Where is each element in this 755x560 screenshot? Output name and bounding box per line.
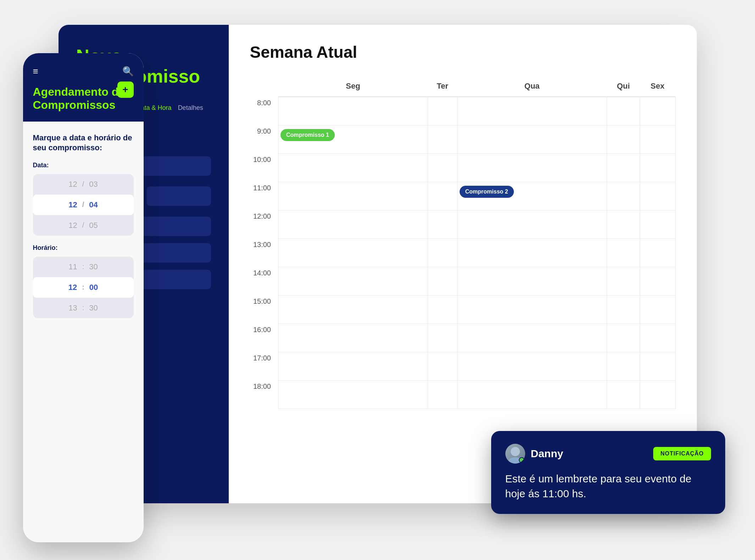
cell-1000-qui[interactable] [607,153,640,182]
cell-1600-ter[interactable] [428,324,457,352]
hora-input[interactable] [146,186,211,206]
cell-1000-ter[interactable] [428,153,457,182]
cell-1300-sex[interactable] [640,239,675,267]
time-1600: 16:00 [250,324,278,352]
cell-1400-qua[interactable] [457,267,607,295]
time-row-1[interactable]: 11 : 30 [33,257,134,277]
cell-1700-seg[interactable] [278,352,428,380]
cell-1100-sex[interactable] [640,182,675,210]
cell-1300-qua[interactable] [457,239,607,267]
cell-800-qui[interactable] [607,97,640,125]
cell-900-ter[interactable] [428,125,457,153]
cell-1100-ter[interactable] [428,182,457,210]
cell-1100-qua[interactable]: Compromisso 2 [457,182,607,210]
notification-popup: Danny NOTIFICAÇÃO Este é um lembrete par… [491,431,725,514]
cell-1300-qui[interactable] [607,239,640,267]
date-month-1: 03 [89,180,98,189]
cell-800-seg[interactable] [278,97,428,125]
header-qui: Qui [607,76,640,97]
cell-1400-qui[interactable] [607,267,640,295]
cell-900-sex[interactable] [640,125,675,153]
cell-1200-seg[interactable] [278,210,428,239]
horario-label: Horário: [33,244,134,252]
cell-1200-qui[interactable] [607,210,640,239]
cell-1000-qua[interactable] [457,153,607,182]
notif-badge: NOTIFICAÇÃO [653,447,711,460]
cell-1100-seg[interactable] [278,182,428,210]
nav-detalhes[interactable]: Detalhes [178,104,203,112]
table-row: 14:00 [250,267,676,295]
time-hour-1: 11 [68,262,77,271]
cell-900-qui[interactable] [607,125,640,153]
cell-1400-ter[interactable] [428,267,457,295]
date-sep-1: / [82,180,84,188]
cell-1400-sex[interactable] [640,267,675,295]
table-row: 9:00 Compromisso 1 [250,125,676,153]
cell-1700-sex[interactable] [640,352,675,380]
menu-icon[interactable]: ≡ [33,66,38,77]
cell-1300-ter[interactable] [428,239,457,267]
cell-1600-seg[interactable] [278,324,428,352]
cell-1500-sex[interactable] [640,295,675,324]
cell-1300-seg[interactable] [278,239,428,267]
cell-1200-ter[interactable] [428,210,457,239]
data-label: Data: [33,162,134,169]
table-row: 8:00 [250,97,676,125]
date-day-2: 12 [68,200,77,209]
date-month-2: 04 [89,200,98,209]
notif-user: Danny [505,444,564,464]
time-800: 8:00 [250,97,278,125]
search-icon[interactable]: 🔍 [122,66,134,77]
cell-800-sex[interactable] [640,97,675,125]
cell-1800-sex[interactable] [640,380,675,409]
cell-800-qua[interactable] [457,97,607,125]
cell-1000-seg[interactable] [278,153,428,182]
time-picker[interactable]: 11 : 30 12 : 00 13 : 30 [33,257,134,318]
cell-1100-qui[interactable] [607,182,640,210]
cell-1500-qua[interactable] [457,295,607,324]
header-seg: Seg [278,76,428,97]
cell-1500-seg[interactable] [278,295,428,324]
cell-1800-ter[interactable] [428,380,457,409]
cell-1800-seg[interactable] [278,380,428,409]
header-sex: Sex [640,76,675,97]
notif-header: Danny NOTIFICAÇÃO [505,444,711,464]
avatar [505,444,525,464]
cell-1700-qui[interactable] [607,352,640,380]
time-hour-3: 13 [68,303,77,313]
cell-1600-qua[interactable] [457,324,607,352]
date-row-3[interactable]: 12 / 05 [33,215,134,236]
time-sep-1: : [82,263,84,271]
cell-1700-ter[interactable] [428,352,457,380]
cell-1600-sex[interactable] [640,324,675,352]
cell-1000-sex[interactable] [640,153,675,182]
cell-1500-qui[interactable] [607,295,640,324]
table-row: 16:00 [250,324,676,352]
time-row-2[interactable]: 12 : 00 [33,277,134,298]
time-row-3[interactable]: 13 : 30 [33,298,134,318]
time-min-2: 00 [89,283,98,292]
cell-800-ter[interactable] [428,97,457,125]
online-indicator [519,457,524,463]
cell-1500-ter[interactable] [428,295,457,324]
time-min-1: 30 [89,262,98,271]
event-compromisso1[interactable]: Compromisso 1 [281,129,335,141]
table-row: 10:00 [250,153,676,182]
add-button[interactable]: + [117,82,134,98]
time-1500: 15:00 [250,295,278,324]
cell-900-qua[interactable] [457,125,607,153]
cell-1800-qui[interactable] [607,380,640,409]
cell-1200-sex[interactable] [640,210,675,239]
date-row-1[interactable]: 12 / 03 [33,174,134,195]
date-picker[interactable]: 12 / 03 12 / 04 12 / 05 [33,174,134,236]
cell-1800-qua[interactable] [457,380,607,409]
cell-1400-seg[interactable] [278,267,428,295]
cell-1200-qua[interactable] [457,210,607,239]
cell-1700-qua[interactable] [457,352,607,380]
svg-point-0 [511,447,520,456]
date-row-2[interactable]: 12 / 04 [33,195,134,215]
cell-1600-qui[interactable] [607,324,640,352]
event-compromisso2[interactable]: Compromisso 2 [460,186,514,198]
phone-body: Marque a data e horário de seu compromis… [23,122,144,542]
cell-900-seg[interactable]: Compromisso 1 [278,125,428,153]
